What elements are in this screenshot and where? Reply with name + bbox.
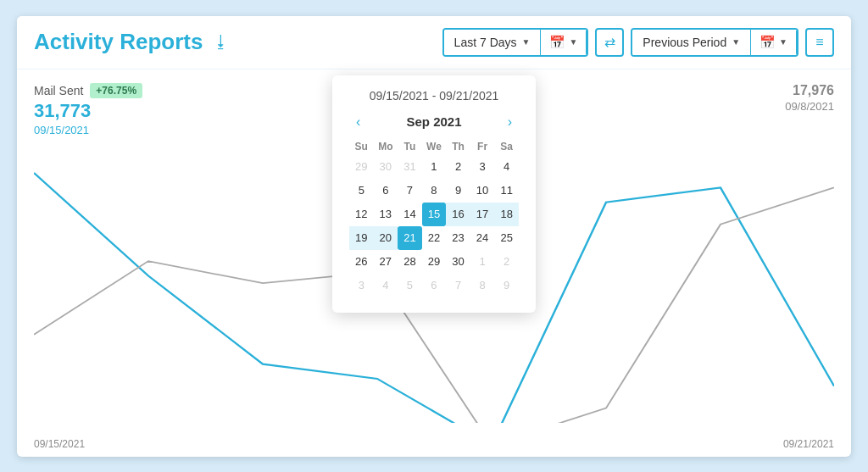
calendar-day-cell[interactable]: 8 bbox=[470, 274, 495, 297]
calendar-day-cell[interactable]: 2 bbox=[494, 250, 519, 274]
download-icon[interactable]: ⭳ bbox=[213, 32, 230, 52]
swap-button[interactable]: ⇄ bbox=[595, 28, 624, 57]
prev-period-label: Previous Period bbox=[643, 36, 726, 49]
calendar-day-cell[interactable]: 25 bbox=[494, 226, 519, 250]
calendar-week-row: 567891011 bbox=[349, 179, 519, 203]
swap-icon: ⇄ bbox=[604, 34, 615, 50]
calendar-week-row: 12131415161718 bbox=[349, 203, 519, 226]
calendar-day-cell[interactable]: 6 bbox=[422, 274, 447, 297]
calendar-grid: SuMoTuWeThFrSa 2930311234567891011121314… bbox=[349, 138, 519, 297]
calendar-day-cell[interactable]: 12 bbox=[349, 203, 374, 226]
date-range-calendar-btn[interactable]: 📅 ▼ bbox=[541, 30, 587, 55]
calendar-day-cell[interactable]: 28 bbox=[398, 250, 422, 274]
calendar-day-cell[interactable]: 3 bbox=[349, 274, 374, 297]
date-range-label: Last 7 Days bbox=[454, 36, 517, 49]
calendar-week-row: 2930311234 bbox=[349, 155, 519, 179]
prev-period-button[interactable]: Previous Period ▼ 📅 ▼ bbox=[631, 28, 798, 57]
calendar-day-cell[interactable]: 5 bbox=[349, 179, 374, 203]
calendar-day-cell[interactable]: 21 bbox=[398, 226, 422, 250]
calendar-week-row: 262728293012 bbox=[349, 250, 519, 274]
chart-value-left: 31,773 bbox=[34, 100, 142, 122]
calendar-day-cell[interactable]: 18 bbox=[494, 203, 519, 226]
calendar-day-cell[interactable]: 30 bbox=[446, 250, 470, 274]
date-range-main[interactable]: Last 7 Days ▼ bbox=[444, 30, 542, 55]
calendar-day-cell[interactable]: 8 bbox=[422, 179, 447, 203]
calendar-day-cell[interactable]: 9 bbox=[494, 274, 519, 297]
calendar-prev-arrow[interactable]: ‹ bbox=[349, 113, 367, 131]
calendar-header-row: SuMoTuWeThFrSa bbox=[349, 138, 519, 155]
calendar-day-header: Mo bbox=[374, 138, 398, 155]
calendar-day-cell[interactable]: 16 bbox=[446, 203, 470, 226]
calendar-day-cell[interactable]: 3 bbox=[470, 155, 495, 179]
calendar-day-cell[interactable]: 7 bbox=[398, 179, 422, 203]
date-range-arrow: ▼ bbox=[522, 37, 531, 47]
calendar-day-cell[interactable]: 4 bbox=[374, 274, 398, 297]
calendar-day-cell[interactable]: 6 bbox=[374, 179, 398, 203]
chart-date-right: 09/8/2021 bbox=[785, 100, 834, 113]
calendar-day-cell[interactable]: 30 bbox=[374, 155, 398, 179]
growth-badge: +76.75% bbox=[90, 83, 142, 98]
header: Activity Reports ⭳ Last 7 Days ▼ 📅 ▼ ⇄ bbox=[17, 16, 851, 69]
date-range-button[interactable]: Last 7 Days ▼ 📅 ▼ bbox=[442, 28, 589, 57]
bottom-date-left: 09/15/2021 bbox=[34, 438, 85, 450]
calendar-day-cell[interactable]: 14 bbox=[398, 203, 422, 226]
calendar-arrow-1: ▼ bbox=[569, 37, 577, 47]
calendar-day-cell[interactable]: 10 bbox=[470, 179, 495, 203]
prev-period-main[interactable]: Previous Period ▼ bbox=[632, 30, 751, 55]
calendar-icon-1: 📅 bbox=[549, 35, 565, 50]
calendar-day-cell[interactable]: 7 bbox=[446, 274, 470, 297]
calendar-month-year: Sep 2021 bbox=[406, 114, 461, 129]
calendar-day-cell[interactable]: 19 bbox=[349, 226, 374, 250]
calendar-day-cell[interactable]: 29 bbox=[349, 155, 374, 179]
calendar-day-header: We bbox=[422, 138, 447, 155]
calendar-popup: 09/15/2021 - 09/21/2021 ‹ Sep 2021 › SuM… bbox=[332, 75, 536, 313]
calendar-day-cell[interactable]: 31 bbox=[398, 155, 422, 179]
calendar-day-cell[interactable]: 5 bbox=[398, 274, 422, 297]
calendar-day-header: Fr bbox=[470, 138, 495, 155]
main-container: Activity Reports ⭳ Last 7 Days ▼ 📅 ▼ ⇄ bbox=[17, 16, 851, 457]
calendar-icon-2: 📅 bbox=[760, 35, 776, 50]
calendar-day-header: Sa bbox=[494, 138, 519, 155]
header-controls: Last 7 Days ▼ 📅 ▼ ⇄ Previous Period ▼ bbox=[442, 28, 834, 57]
calendar-body: 2930311234567891011121314151617181920212… bbox=[349, 155, 519, 297]
calendar-week-row: 3456789 bbox=[349, 274, 519, 297]
calendar-day-cell[interactable]: 1 bbox=[470, 250, 495, 274]
calendar-day-header: Tu bbox=[398, 138, 422, 155]
calendar-day-cell[interactable]: 9 bbox=[446, 179, 470, 203]
calendar-day-cell[interactable]: 29 bbox=[422, 250, 447, 274]
mail-sent-label: Mail Sent bbox=[34, 84, 83, 97]
bottom-dates: 09/15/2021 09/21/2021 bbox=[34, 438, 834, 450]
page-title: Activity Reports bbox=[34, 29, 203, 55]
calendar-day-cell[interactable]: 20 bbox=[374, 226, 398, 250]
calendar-day-header: Th bbox=[446, 138, 470, 155]
calendar-day-cell[interactable]: 2 bbox=[446, 155, 470, 179]
calendar-day-header: Su bbox=[349, 138, 374, 155]
calendar-arrow-2: ▼ bbox=[779, 37, 787, 47]
calendar-day-cell[interactable]: 11 bbox=[494, 179, 519, 203]
calendar-day-cell[interactable]: 4 bbox=[494, 155, 519, 179]
chart-value-right: 17,976 bbox=[793, 83, 834, 98]
calendar-day-cell[interactable]: 27 bbox=[374, 250, 398, 274]
title-area: Activity Reports ⭳ bbox=[34, 29, 442, 55]
mail-sent-row: Mail Sent +76.75% bbox=[34, 83, 142, 98]
calendar-week-row: 19202122232425 bbox=[349, 226, 519, 250]
calendar-nav: ‹ Sep 2021 › bbox=[349, 113, 519, 131]
filter-button[interactable]: ≡ bbox=[805, 28, 834, 57]
calendar-day-cell[interactable]: 15 bbox=[422, 203, 447, 226]
calendar-day-cell[interactable]: 17 bbox=[470, 203, 495, 226]
calendar-range-display: 09/15/2021 - 09/21/2021 bbox=[349, 89, 519, 103]
filter-icon: ≡ bbox=[815, 35, 823, 50]
calendar-day-cell[interactable]: 22 bbox=[422, 226, 447, 250]
calendar-next-arrow[interactable]: › bbox=[501, 113, 519, 131]
calendar-day-cell[interactable]: 26 bbox=[349, 250, 374, 274]
calendar-day-cell[interactable]: 1 bbox=[422, 155, 447, 179]
prev-period-calendar-btn[interactable]: 📅 ▼ bbox=[751, 30, 797, 55]
calendar-day-cell[interactable]: 24 bbox=[470, 226, 495, 250]
calendar-day-cell[interactable]: 23 bbox=[446, 226, 470, 250]
prev-period-arrow: ▼ bbox=[732, 37, 740, 47]
bottom-date-right: 09/21/2021 bbox=[783, 438, 834, 450]
calendar-day-cell[interactable]: 13 bbox=[374, 203, 398, 226]
